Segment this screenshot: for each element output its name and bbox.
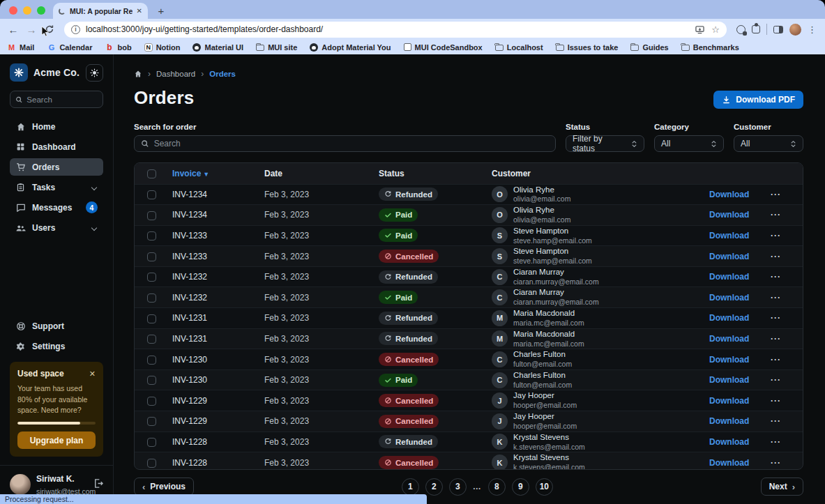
download-link[interactable]: Download bbox=[709, 231, 749, 240]
download-link[interactable]: Download bbox=[709, 437, 749, 447]
row-checkbox[interactable] bbox=[147, 438, 156, 447]
bookmark-item[interactable]: Issues to take bbox=[556, 43, 619, 52]
page-button-8[interactable]: 8 bbox=[488, 478, 506, 496]
category-filter-select[interactable]: All bbox=[654, 135, 724, 152]
row-menu-button[interactable]: ··· bbox=[771, 190, 781, 199]
breadcrumb-dashboard[interactable]: Dashboard bbox=[156, 70, 195, 78]
row-checkbox[interactable] bbox=[147, 335, 156, 344]
url-bar[interactable]: i localhost:3000/joy-ui/getting-started/… bbox=[64, 22, 727, 38]
download-link[interactable]: Download bbox=[709, 396, 749, 406]
bookmark-item[interactable]: MUI CodeSandbox bbox=[404, 43, 483, 52]
browser-profile-avatar[interactable] bbox=[789, 24, 801, 36]
theme-toggle-button[interactable] bbox=[86, 64, 103, 82]
bookmark-item[interactable]: b bob bbox=[105, 43, 131, 52]
row-checkbox[interactable] bbox=[147, 293, 156, 303]
row-menu-button[interactable]: ··· bbox=[771, 375, 781, 385]
sidebar-item-messages[interactable]: Messages4 bbox=[10, 199, 103, 216]
sidebar-item-orders[interactable]: Orders bbox=[10, 158, 103, 176]
forward-button[interactable]: → bbox=[24, 22, 39, 37]
page-button-2[interactable]: 2 bbox=[425, 478, 443, 496]
page-button-9[interactable]: 9 bbox=[512, 478, 529, 496]
row-checkbox[interactable] bbox=[147, 459, 156, 468]
page-button-10[interactable]: 10 bbox=[536, 478, 553, 496]
sidebar-item-tasks[interactable]: Tasks bbox=[10, 178, 103, 196]
bookmark-item[interactable]: MUI site bbox=[256, 43, 297, 52]
row-checkbox[interactable] bbox=[147, 356, 156, 365]
download-link[interactable]: Download bbox=[709, 293, 749, 303]
upgrade-plan-button[interactable]: Upgrade plan bbox=[17, 432, 96, 449]
download-link[interactable]: Download bbox=[709, 375, 749, 385]
row-menu-button[interactable]: ··· bbox=[771, 210, 781, 220]
order-search-input[interactable] bbox=[154, 139, 549, 148]
bookmark-star-icon[interactable]: ☆ bbox=[711, 24, 720, 35]
status-filter-select[interactable]: Filter by status bbox=[566, 135, 644, 152]
customer-filter-select[interactable]: All bbox=[734, 135, 803, 152]
sidebar-item-users[interactable]: Users bbox=[10, 219, 103, 236]
acme-logo-icon[interactable] bbox=[10, 63, 28, 82]
row-checkbox[interactable] bbox=[147, 417, 156, 426]
bookmark-item[interactable]: M Mail bbox=[7, 43, 34, 52]
sidebar-item-settings[interactable]: Settings bbox=[10, 337, 103, 355]
browser-tab[interactable]: MUI: A popular React UI fram ✕ bbox=[53, 3, 148, 19]
row-menu-button[interactable]: ··· bbox=[771, 355, 781, 365]
sidebar-item-dashboard[interactable]: Dashboard bbox=[10, 138, 103, 155]
row-menu-button[interactable]: ··· bbox=[771, 334, 781, 344]
bookmark-item[interactable]: Localhost bbox=[495, 43, 543, 52]
row-checkbox[interactable] bbox=[147, 273, 156, 282]
bookmark-item[interactable]: N Notion bbox=[144, 43, 181, 52]
tab-close-icon[interactable]: ✕ bbox=[137, 7, 142, 15]
row-checkbox[interactable] bbox=[147, 376, 156, 385]
row-checkbox[interactable] bbox=[147, 314, 156, 323]
close-icon[interactable]: ✕ bbox=[89, 369, 96, 379]
home-icon[interactable] bbox=[134, 70, 142, 78]
extensions-icon[interactable] bbox=[752, 25, 760, 33]
browser-menu-kebab-icon[interactable]: ⋮ bbox=[808, 24, 817, 35]
order-search-field[interactable] bbox=[134, 135, 556, 152]
bookmark-item[interactable]: Benchmarks bbox=[681, 43, 739, 52]
minimize-window-button[interactable] bbox=[23, 6, 31, 15]
site-info-icon[interactable]: i bbox=[71, 25, 80, 34]
new-tab-button[interactable]: + bbox=[153, 3, 169, 18]
download-link[interactable]: Download bbox=[709, 334, 749, 344]
bookmark-item[interactable]: Guides bbox=[630, 43, 668, 52]
sidebar-item-home[interactable]: Home bbox=[10, 118, 103, 135]
row-menu-button[interactable]: ··· bbox=[771, 437, 781, 447]
url-text[interactable]: localhost:3000/joy-ui/getting-started/te… bbox=[86, 24, 690, 34]
privacy-gauge-icon[interactable] bbox=[736, 25, 745, 34]
download-link[interactable]: Download bbox=[709, 458, 749, 468]
row-menu-button[interactable]: ··· bbox=[771, 231, 781, 240]
row-menu-button[interactable]: ··· bbox=[771, 416, 781, 426]
download-link[interactable]: Download bbox=[709, 416, 749, 426]
page-button-1[interactable]: 1 bbox=[402, 478, 419, 496]
select-all-checkbox[interactable] bbox=[147, 169, 156, 178]
row-checkbox[interactable] bbox=[147, 190, 156, 199]
row-checkbox[interactable] bbox=[147, 231, 156, 240]
row-menu-button[interactable]: ··· bbox=[771, 313, 781, 323]
previous-page-button[interactable]: ‹ Previous bbox=[134, 478, 194, 496]
next-page-button[interactable]: Next › bbox=[761, 478, 803, 496]
back-button[interactable]: ← bbox=[6, 22, 21, 37]
download-pdf-button[interactable]: Download PDF bbox=[713, 91, 803, 109]
download-link[interactable]: Download bbox=[709, 355, 749, 365]
row-checkbox[interactable] bbox=[147, 252, 156, 261]
row-menu-button[interactable]: ··· bbox=[771, 458, 781, 468]
row-menu-button[interactable]: ··· bbox=[771, 252, 781, 261]
download-link[interactable]: Download bbox=[709, 210, 749, 220]
page-button-3[interactable]: 3 bbox=[449, 478, 467, 496]
close-window-button[interactable] bbox=[9, 6, 17, 15]
row-checkbox[interactable] bbox=[147, 211, 156, 220]
bookmark-item[interactable]: Material UI bbox=[192, 43, 243, 52]
download-link[interactable]: Download bbox=[709, 313, 749, 323]
row-menu-button[interactable]: ··· bbox=[771, 293, 781, 303]
row-checkbox[interactable] bbox=[147, 397, 156, 406]
install-icon[interactable] bbox=[695, 25, 704, 34]
download-link[interactable]: Download bbox=[709, 252, 749, 261]
bookmark-item[interactable]: G Calendar bbox=[47, 43, 92, 52]
sidebar-search-input[interactable] bbox=[27, 96, 98, 104]
sidebar-search[interactable] bbox=[10, 91, 103, 108]
row-menu-button[interactable]: ··· bbox=[771, 272, 781, 282]
download-link[interactable]: Download bbox=[709, 272, 749, 282]
row-menu-button[interactable]: ··· bbox=[771, 396, 781, 406]
logout-button[interactable] bbox=[93, 478, 103, 491]
sidebar-item-support[interactable]: Support bbox=[10, 317, 103, 335]
